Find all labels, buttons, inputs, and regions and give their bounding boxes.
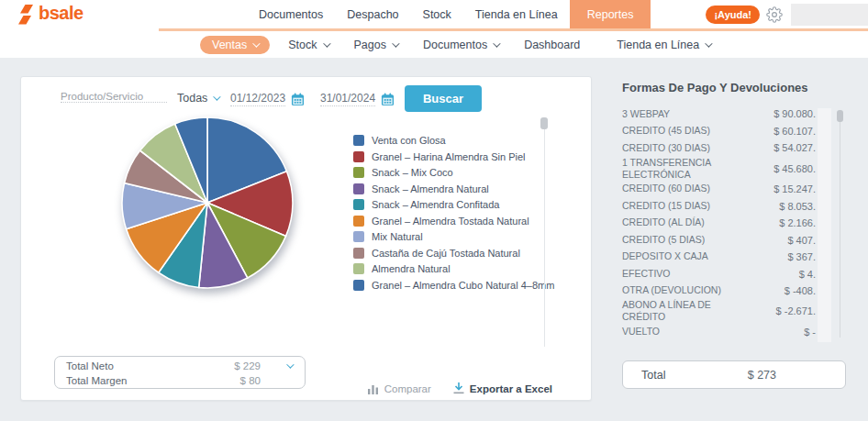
legend-swatch [353, 216, 364, 227]
subnav-item[interactable]: Tienda en Línea [609, 36, 718, 54]
legend-label: Venta con Glosa [372, 134, 446, 148]
payments-list: 3 WEBPAY $ 90.080. CREDITO (45 DIAS) $ 6… [622, 105, 816, 340]
payment-value: $ -2.671. [776, 305, 816, 316]
payments-scrollbar-track[interactable] [840, 110, 840, 338]
total-margen-label: Total Margen [66, 375, 127, 386]
payment-row[interactable]: 1 TRANSFERENCIA ELECTRÓNICA $ 45.680. [622, 157, 816, 181]
payment-label: ABONO A LÍNEA DE CRÉDITO [622, 299, 751, 323]
top-nav-item-label: Tienda en Línea [475, 8, 558, 21]
account-area-placeholder[interactable] [791, 4, 868, 26]
help-button[interactable]: ¡Ayuda! [706, 6, 760, 24]
legend-item[interactable]: Granel – Almendra Tostada Natural [353, 215, 562, 228]
payment-row[interactable]: CREDITO (60 DIAS) $ 15.247. [622, 181, 816, 198]
search-button[interactable]: Buscar [405, 85, 482, 112]
payment-value: $ 60.107. [773, 126, 816, 137]
bsale-logo[interactable]: bsale [18, 4, 83, 25]
payment-label: CREDITO (AL DÍA) [622, 216, 705, 228]
legend-item[interactable]: Venta con Glosa [353, 134, 562, 148]
payment-label: CREDITO (5 DIAS) [622, 234, 705, 246]
reports-subnav: Ventas Stock Pagos Documentos Dashboard [0, 31, 868, 58]
card-scrollbar-track[interactable] [544, 117, 545, 347]
legend-swatch [353, 280, 364, 291]
category-selected-label: Todas [177, 92, 207, 105]
subnav-item[interactable]: Stock [281, 36, 335, 54]
payment-label: DEPOSITO X CAJA [622, 250, 708, 262]
card-scrollbar-thumb[interactable] [540, 117, 548, 129]
legend-item[interactable]: Snack – Almendra Natural [353, 183, 562, 196]
legend-item[interactable]: Castaña de Cajú Tostada Natural [353, 247, 562, 260]
top-nav: Documentos Despacho Stock Tienda en Líne… [247, 0, 651, 28]
category-select[interactable]: Todas [177, 92, 218, 105]
top-nav-item[interactable]: Reportes [570, 0, 651, 28]
payment-row[interactable]: 3 WEBPAY $ 90.080. [622, 105, 816, 123]
product-service-input[interactable] [61, 91, 167, 103]
calendar-icon[interactable] [291, 93, 305, 106]
subnav-item-label: Stock [288, 39, 317, 51]
payment-value: $ 407. [787, 235, 816, 246]
subnav-item-label: Dashboard [524, 39, 580, 51]
payment-row[interactable]: EFECTIVO $ 4. [622, 265, 816, 283]
legend-label: Castaña de Cajú Tostada Natural [372, 247, 520, 260]
payment-value: $ 45.680. [773, 163, 816, 174]
total-margen-value: $ 80 [204, 375, 261, 386]
top-nav-item[interactable]: Stock [411, 0, 463, 28]
top-nav-item[interactable]: Tienda en Línea [463, 0, 570, 28]
totals-box[interactable]: Total Neto $ 229 Total Margen $ 80 [54, 356, 306, 389]
compare-button[interactable]: Comparar [368, 383, 431, 394]
payment-row[interactable]: CREDITO (15 DIAS) $ 8.053. [622, 197, 816, 215]
legend-item[interactable]: Almendra Natural [353, 262, 562, 276]
chevron-down-icon [493, 39, 500, 47]
payments-scroll-track[interactable] [818, 108, 831, 342]
payment-row[interactable]: VUELTO $ - [622, 324, 816, 341]
top-nav-item-label: Stock [423, 8, 451, 21]
legend-label: Mix Natural [372, 230, 423, 244]
sales-chart-card: Todas 01/12/2023 31/01/2024 [20, 76, 592, 401]
legend-label: Almendra Natural [372, 262, 451, 276]
date-from-field[interactable]: 01/12/2023 [230, 92, 305, 106]
subnav-item-label: Documentos [423, 39, 487, 51]
date-to-field[interactable]: 31/01/2024 [320, 92, 395, 106]
top-nav-item[interactable]: Despacho [335, 0, 410, 28]
legend-item[interactable]: Snack – Almendra Confitada [353, 198, 562, 212]
total-neto-label: Total Neto [66, 360, 114, 371]
legend-item[interactable]: Granel – Almendra Cubo Natural 4–8mm [353, 279, 562, 293]
pie-chart [118, 114, 296, 292]
payment-row[interactable]: OTRA (DEVOLUCION) $ -408. [622, 283, 816, 300]
chevron-down-icon [705, 39, 712, 47]
export-excel-button[interactable]: Exportar a Excel [453, 382, 552, 394]
legend-item[interactable]: Snack – Mix Coco [353, 166, 562, 180]
top-nav-item[interactable]: Documentos [247, 0, 335, 28]
subnav-item[interactable]: Ventas [200, 36, 270, 54]
gear-icon[interactable] [766, 6, 783, 23]
subnav-item[interactable]: Dashboard [517, 36, 598, 54]
chevron-down-icon [214, 93, 221, 100]
total-neto-value: $ 229 [204, 360, 261, 371]
subnav-item-label: Tienda en Línea [617, 39, 699, 51]
card-actions: Comparar Exportar a Excel [368, 382, 552, 394]
calendar-icon[interactable] [381, 93, 395, 106]
payment-row[interactable]: ABONO A LÍNEA DE CRÉDITO $ -2.671. [622, 299, 816, 323]
top-nav-item-label: Despacho [347, 8, 398, 21]
payment-row[interactable]: CREDITO (30 DIAS) $ 54.027. [622, 139, 816, 157]
payments-scrollbar-thumb[interactable] [837, 110, 843, 122]
chevron-down-icon [392, 39, 399, 47]
payment-row[interactable]: DEPOSITO X CAJA $ 367. [622, 249, 816, 266]
brand-name: bsale [39, 4, 83, 25]
payment-label: CREDITO (30 DIAS) [622, 142, 710, 154]
legend-item[interactable]: Mix Natural [353, 230, 562, 244]
payment-row[interactable]: CREDITO (AL DÍA) $ 2.166. [622, 215, 816, 232]
legend-swatch [353, 167, 364, 178]
legend-item[interactable]: Granel – Harina Almendra Sin Piel [353, 150, 562, 164]
payment-row[interactable]: CREDITO (45 DIAS) $ 60.107. [622, 123, 816, 140]
payment-value: $ 2.166. [779, 217, 816, 228]
chevron-down-icon[interactable] [286, 360, 294, 368]
date-from-value: 01/12/2023 [230, 92, 285, 106]
subnav-item[interactable]: Documentos [416, 36, 506, 54]
payment-label: 3 WEBPAY [622, 108, 670, 120]
subnav-item-label: Pagos [354, 39, 386, 51]
subnav-item[interactable]: Pagos [347, 36, 405, 54]
header-right: ¡Ayuda! [706, 4, 868, 26]
app-root: bsale Documentos Despacho Stock [0, 0, 868, 421]
payment-label: VUELTO [622, 326, 660, 338]
payment-row[interactable]: CREDITO (5 DIAS) $ 407. [622, 231, 816, 249]
